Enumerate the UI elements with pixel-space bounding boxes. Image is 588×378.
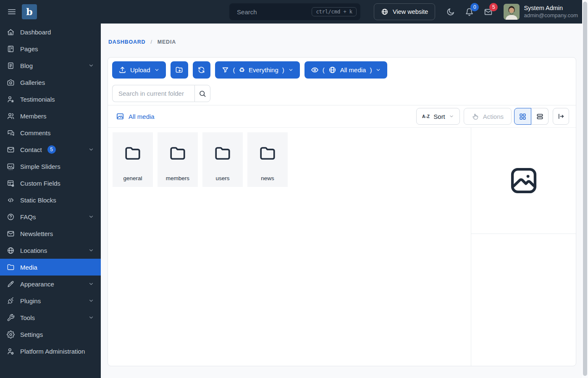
visibility-filter-button[interactable]: ( All media ) — [304, 61, 388, 79]
folder-icon — [213, 132, 232, 163]
code-icon — [7, 196, 15, 204]
sidebar-item-media[interactable]: Media — [0, 259, 101, 276]
bar-arrow-right-icon — [557, 113, 565, 120]
camera-icon — [7, 79, 15, 87]
sidebar-item-dashboard[interactable]: Dashboard — [0, 24, 101, 40]
gear-icon — [7, 331, 15, 339]
grid-icon — [519, 113, 527, 121]
globe-icon — [328, 66, 336, 74]
plug-icon — [7, 297, 15, 305]
chevron-down-icon — [88, 298, 94, 304]
mail-icon — [7, 146, 15, 154]
sidebar-item-contact[interactable]: Contact5 — [0, 141, 101, 158]
media-manager-card: Upload — [108, 57, 576, 366]
user-name: System Admin — [524, 4, 578, 12]
sidebar-item-label: Static Blocks — [20, 197, 56, 204]
view-toggle-group — [514, 108, 549, 125]
chevron-down-icon — [88, 63, 94, 68]
messages-button[interactable]: 5 — [484, 8, 493, 16]
scrollbar-thumb[interactable] — [583, 2, 587, 376]
sidebar-item-label: Contact — [20, 146, 42, 153]
sidebar-item-label: Tools — [20, 314, 35, 321]
folder-search-button[interactable] — [194, 85, 210, 102]
global-search[interactable]: ctrl/cmd + k — [229, 3, 360, 20]
comments-icon — [7, 129, 15, 137]
folder-card-general[interactable]: general — [113, 132, 153, 187]
app-logo[interactable]: b — [22, 4, 37, 19]
breadcrumb-dashboard-link[interactable]: DASHBOARD — [108, 39, 145, 45]
sidebar-item-locations[interactable]: Locations — [0, 242, 101, 259]
sidebar-item-custom-fields[interactable]: Custom Fields — [0, 175, 101, 192]
folder-icon — [258, 132, 277, 163]
help-icon — [7, 213, 15, 221]
sidebar-item-galleries[interactable]: Galleries — [0, 74, 101, 91]
sidebar-item-newsletters[interactable]: Newsletters — [0, 225, 101, 242]
grid-view-toggle[interactable] — [514, 108, 531, 125]
folder-search-input[interactable] — [112, 85, 194, 102]
sidebar-item-label: Dashboard — [20, 29, 51, 36]
sidebar-item-label: Blog — [20, 62, 33, 69]
wrench-icon — [7, 314, 15, 322]
filter-value: Everything — [249, 66, 278, 74]
view-website-button[interactable]: View website — [374, 3, 435, 20]
collapse-panel-button[interactable] — [553, 108, 569, 125]
global-search-input[interactable] — [236, 8, 312, 16]
hamburger-icon — [7, 7, 17, 17]
sidebar-item-simple-sliders[interactable]: Simple Sliders — [0, 158, 101, 175]
actions-button[interactable]: Actions — [464, 108, 512, 125]
dark-mode-toggle[interactable] — [446, 8, 455, 16]
user-info[interactable]: System Admin admin@company.com — [524, 4, 578, 19]
filter-type-button[interactable]: ( ♻ Everything ) — [215, 61, 300, 79]
folder-name: general — [123, 175, 142, 181]
sidebar-item-label: Platform Administration — [20, 348, 85, 355]
sidebar-item-comments[interactable]: Comments — [0, 124, 101, 141]
sidebar-item-members[interactable]: Members — [0, 108, 101, 124]
sidebar-item-tools[interactable]: Tools — [0, 309, 101, 326]
sidebar-item-blog[interactable]: Blog — [0, 57, 101, 74]
list-view-toggle[interactable] — [531, 108, 549, 125]
user-avatar[interactable] — [504, 4, 520, 20]
sidebar-item-plugins[interactable]: Plugins — [0, 292, 101, 309]
sidebar-nav: DashboardPagesBlogGalleriesTestimonialsM… — [0, 24, 101, 378]
page-scrollbar[interactable] — [582, 0, 588, 378]
notifications-count-badge: 0 — [470, 3, 479, 11]
folder-card-members[interactable]: members — [158, 132, 198, 187]
sort-button[interactable]: A-Z Sort — [416, 108, 460, 125]
main-content: DASHBOARD / MEDIA Upload — [101, 0, 588, 366]
folder-icon — [7, 263, 15, 271]
sidebar-item-testimonials[interactable]: Testimonials — [0, 91, 101, 108]
chevron-down-icon — [375, 67, 381, 73]
folder-icon — [123, 132, 142, 163]
upload-button[interactable]: Upload — [112, 61, 166, 79]
preview-panel — [471, 128, 576, 366]
folder-card-users[interactable]: users — [202, 132, 243, 187]
menu-toggle-button[interactable] — [7, 7, 17, 17]
folder-card-news[interactable]: news — [247, 132, 288, 187]
globe-icon — [381, 8, 388, 16]
sidebar-item-label: Comments — [20, 129, 51, 136]
list-rows-icon — [536, 113, 544, 121]
brush-icon — [7, 280, 15, 288]
users-icon — [7, 112, 15, 120]
hand-pointer-icon — [472, 113, 479, 120]
sidebar-item-pages[interactable]: Pages — [0, 40, 101, 57]
az-sort-icon: A-Z — [422, 114, 430, 119]
chevron-down-icon — [88, 147, 94, 152]
folder-name: users — [215, 175, 229, 181]
table-gear-icon — [7, 179, 15, 187]
chevron-down-icon — [88, 214, 94, 220]
sidebar-item-appearance[interactable]: Appearance — [0, 276, 101, 292]
globe-icon — [7, 247, 15, 255]
sidebar-item-label: Testimonials — [20, 96, 55, 103]
media-toolbar: Upload — [108, 58, 576, 105]
sidebar-item-settings[interactable]: Settings — [0, 326, 101, 343]
new-folder-button[interactable] — [171, 61, 188, 79]
refresh-button[interactable] — [193, 61, 210, 79]
sidebar-item-static-blocks[interactable]: Static Blocks — [0, 192, 101, 208]
sidebar-item-platform-administration[interactable]: Platform Administration — [0, 343, 101, 360]
sidebar-item-faqs[interactable]: FAQs — [0, 208, 101, 225]
notifications-button[interactable]: 0 — [465, 8, 474, 16]
blog-icon — [7, 62, 15, 70]
current-location-link[interactable]: All media — [116, 112, 155, 121]
funnel-icon — [221, 66, 229, 74]
